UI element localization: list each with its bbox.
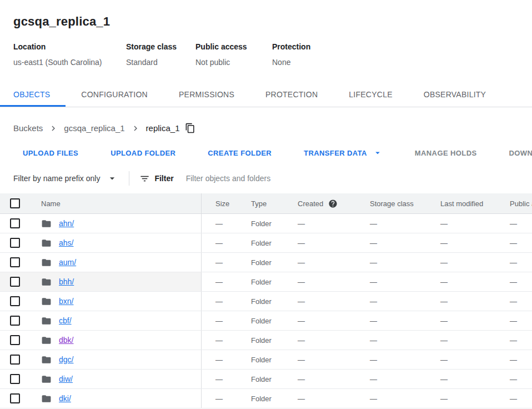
tab-configuration[interactable]: CONFIGURATION: [66, 82, 163, 107]
page-title: gcsqa_replica_1: [13, 14, 519, 29]
filter-scope-label: Filter by name prefix only: [13, 174, 100, 183]
row-created: —: [287, 272, 359, 291]
row-checkbox-cell: [0, 311, 31, 330]
row-storage-class: —: [359, 292, 429, 311]
row-checkbox[interactable]: [10, 355, 20, 365]
column-header-storage-class[interactable]: Storage class: [359, 193, 429, 213]
row-checkbox[interactable]: [10, 257, 20, 267]
row-checkbox[interactable]: [10, 218, 20, 228]
breadcrumb-item-gcsqa_replica_1[interactable]: gcsqa_replica_1: [64, 123, 124, 133]
bucket-meta-item: ProtectionNone: [272, 42, 339, 67]
toolbar-button-label: DOWNLOAD: [509, 149, 532, 157]
tab-permissions[interactable]: PERMISSIONS: [163, 82, 250, 107]
row-checkbox[interactable]: [10, 316, 20, 326]
content-copy-icon[interactable]: [185, 123, 195, 133]
objects-toolbar: UPLOAD FILESUPLOAD FOLDERCREATE FOLDERTR…: [0, 133, 532, 158]
table-row: dgc/—Folder————: [0, 350, 532, 370]
help-icon[interactable]: [328, 199, 338, 208]
row-size: —: [202, 370, 244, 388]
bucket-meta-item: Storage classStandard: [126, 42, 195, 67]
created-label: Created: [298, 199, 323, 208]
table-row: aum/—Folder————: [0, 253, 532, 272]
row-storage-class: —: [359, 350, 429, 369]
filter-list-icon: [139, 173, 150, 184]
object-link[interactable]: dgc/: [59, 355, 73, 364]
object-link[interactable]: aum/: [59, 258, 76, 267]
meta-label: Location: [13, 42, 126, 51]
row-checkbox[interactable]: [10, 277, 20, 287]
row-size: —: [202, 272, 244, 291]
filter-scope-select[interactable]: Filter by name prefix only: [13, 173, 118, 184]
tab-observability[interactable]: OBSERVABILITY: [408, 82, 501, 107]
row-created: —: [287, 370, 359, 388]
row-checkbox[interactable]: [10, 374, 20, 384]
manage-holds-button[interactable]: MANAGE HOLDS: [415, 149, 477, 157]
upload-folder-button[interactable]: UPLOAD FOLDER: [111, 149, 175, 157]
folder-icon: [41, 335, 52, 346]
column-header-created[interactable]: Created: [287, 193, 359, 213]
row-last-modified: —: [429, 233, 499, 252]
row-public-access: —: [499, 331, 532, 350]
folder-icon: [41, 218, 52, 229]
folder-icon: [41, 277, 52, 287]
row-created: —: [287, 292, 359, 311]
row-name-cell: dbk/: [31, 331, 202, 350]
create-folder-button[interactable]: CREATE FOLDER: [208, 149, 272, 157]
row-storage-class: —: [359, 370, 429, 388]
tab-protection[interactable]: PROTECTION: [250, 82, 333, 107]
row-type: Folder: [244, 292, 287, 311]
row-name-cell: ahn/: [31, 214, 202, 233]
row-checkbox-cell: [0, 233, 31, 252]
row-name-cell: diw/: [31, 370, 202, 388]
row-size: —: [202, 389, 244, 408]
object-link[interactable]: bhh/: [59, 277, 74, 286]
row-checkbox-cell: [0, 214, 31, 233]
column-header-last-modified[interactable]: Last modified: [429, 193, 499, 213]
tab-lifecycle[interactable]: LIFECYCLE: [333, 82, 408, 107]
filter-label: Filter: [154, 174, 173, 183]
row-checkbox[interactable]: [10, 296, 20, 306]
breadcrumb-item-Buckets[interactable]: Buckets: [13, 123, 43, 133]
column-header-size[interactable]: Size: [202, 193, 244, 213]
folder-icon: [41, 257, 52, 268]
object-link[interactable]: ahn/: [59, 219, 74, 228]
row-storage-class: —: [359, 331, 429, 350]
chevron-right-icon: [48, 123, 58, 133]
select-all-checkbox[interactable]: [10, 198, 20, 208]
row-created: —: [287, 214, 359, 233]
row-checkbox[interactable]: [10, 335, 20, 345]
object-link[interactable]: diw/: [59, 375, 73, 383]
folder-icon: [41, 393, 52, 404]
row-checkbox-cell: [0, 272, 31, 291]
column-header-type[interactable]: Type: [244, 193, 287, 213]
row-created: —: [287, 311, 359, 330]
row-name-cell: bhh/: [31, 272, 202, 291]
toolbar-button-label: UPLOAD FILES: [23, 149, 78, 157]
download-button[interactable]: DOWNLOAD: [509, 149, 532, 157]
object-link[interactable]: dbk/: [59, 336, 73, 345]
column-header-name[interactable]: Name: [31, 193, 202, 213]
row-checkbox[interactable]: [10, 238, 20, 248]
row-last-modified: —: [429, 253, 499, 272]
bucket-meta-item: Public accessNot public: [195, 42, 272, 67]
row-checkbox[interactable]: [10, 393, 20, 403]
filter-input[interactable]: [186, 174, 353, 183]
tab-objects[interactable]: OBJECTS: [0, 82, 66, 107]
object-link[interactable]: ahs/: [59, 238, 73, 247]
object-link[interactable]: cbf/: [59, 316, 72, 325]
object-link[interactable]: bxn/: [59, 297, 73, 306]
upload-files-button[interactable]: UPLOAD FILES: [23, 149, 78, 157]
row-type: Folder: [244, 331, 287, 350]
breadcrumb-item-replica_1: replica_1: [146, 123, 180, 133]
object-list: ahn/—Folder————ahs/—Folder————aum/—Folde…: [0, 214, 532, 408]
column-header-public-access[interactable]: Public access: [499, 193, 532, 213]
transfer-data-button[interactable]: TRANSFER DATA: [304, 148, 383, 158]
row-last-modified: —: [429, 311, 499, 330]
toolbar-button-label: UPLOAD FOLDER: [111, 149, 175, 157]
row-name-cell: cbf/: [31, 311, 202, 330]
row-public-access: —: [499, 272, 532, 291]
toolbar-button-label: TRANSFER DATA: [304, 149, 367, 157]
object-link[interactable]: dki/: [59, 394, 71, 403]
breadcrumb: Bucketsgcsqa_replica_1replica_1: [0, 107, 532, 133]
row-created: —: [287, 331, 359, 350]
